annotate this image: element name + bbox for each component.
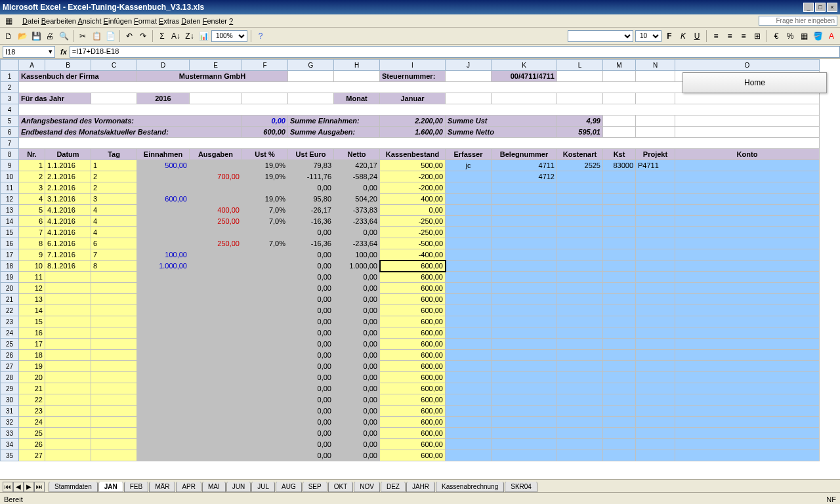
cell-uste[interactable]: 0,00: [288, 316, 334, 327]
cell-kassenbestand[interactable]: -500,00: [380, 238, 446, 249]
cell-erfasser[interactable]: [446, 305, 492, 316]
cell-nr[interactable]: 23: [19, 406, 45, 417]
currency-icon[interactable]: €: [770, 30, 782, 42]
cell-kostenart[interactable]: [557, 283, 603, 294]
cell-beleg[interactable]: [492, 406, 557, 417]
row-header-30[interactable]: 30: [1, 394, 19, 406]
cell-uste[interactable]: 79,83: [288, 160, 334, 171]
cell-ustp[interactable]: [242, 227, 288, 238]
row-header-31[interactable]: 31: [1, 406, 19, 417]
col-header-C[interactable]: C: [91, 60, 137, 71]
cell-kst[interactable]: [603, 294, 636, 305]
col-header-L[interactable]: L: [557, 60, 603, 71]
sheet-tab-jul[interactable]: JUL: [251, 482, 275, 492]
cell-kst[interactable]: [603, 339, 636, 350]
cell-projekt[interactable]: [636, 316, 675, 327]
cell-ustp[interactable]: [242, 361, 288, 372]
cell-erfasser[interactable]: [446, 428, 492, 439]
sheet-tab-aug[interactable]: AUG: [276, 482, 302, 492]
cell-beleg[interactable]: [492, 350, 557, 361]
cell-kostenart[interactable]: [557, 171, 603, 182]
cell-tag[interactable]: [91, 450, 137, 461]
cell-beleg[interactable]: [492, 272, 557, 283]
bold-icon[interactable]: F: [663, 30, 675, 42]
col-header-E[interactable]: E: [190, 60, 242, 71]
tab-next-icon[interactable]: ▶: [24, 482, 34, 492]
cell-netto[interactable]: 0,00: [334, 439, 380, 450]
col-header-A[interactable]: A: [19, 60, 45, 71]
sum-icon[interactable]: Σ: [156, 30, 168, 42]
cell-nr[interactable]: 13: [19, 294, 45, 305]
cell-kst[interactable]: [603, 182, 636, 194]
cell-ustp[interactable]: [242, 339, 288, 350]
menu-datei[interactable]: Datei: [22, 17, 39, 25]
col-header-K[interactable]: K: [492, 60, 557, 71]
cell-ustp[interactable]: [242, 450, 288, 461]
cell-kostenart[interactable]: [557, 439, 603, 450]
col-header-D[interactable]: D: [137, 60, 190, 71]
underline-icon[interactable]: U: [691, 30, 703, 42]
cell-uste[interactable]: 0,00: [288, 261, 334, 272]
cell-kst[interactable]: [603, 205, 636, 216]
cell-tag[interactable]: 2: [91, 171, 137, 182]
cell-kst[interactable]: [603, 216, 636, 227]
cell-ein[interactable]: [137, 406, 190, 417]
cell-kassenbestand[interactable]: 600,00: [380, 327, 446, 339]
cell-tag[interactable]: [91, 439, 137, 450]
cell-uste[interactable]: 0,00: [288, 182, 334, 194]
cell-netto[interactable]: 0,00: [334, 339, 380, 350]
select-all-cell[interactable]: [1, 60, 19, 71]
cell-tag[interactable]: [91, 383, 137, 394]
cell-datum[interactable]: [45, 327, 91, 339]
cell-netto[interactable]: -233,64: [334, 216, 380, 227]
row-header-3[interactable]: 3: [1, 93, 19, 104]
cell-erfasser[interactable]: [446, 294, 492, 305]
cell-beleg[interactable]: [492, 383, 557, 394]
cell-ustp[interactable]: [242, 272, 288, 283]
cell-aus[interactable]: [190, 394, 242, 406]
cell-ustp[interactable]: [242, 394, 288, 406]
cell-uste[interactable]: -16,36: [288, 238, 334, 249]
cell-ein[interactable]: [137, 361, 190, 372]
cell-nr[interactable]: 17: [19, 339, 45, 350]
cell-projekt[interactable]: [636, 372, 675, 383]
cell-aus[interactable]: [190, 361, 242, 372]
cell-netto[interactable]: 0,00: [334, 394, 380, 406]
cell-ein[interactable]: [137, 305, 190, 316]
cell-tag[interactable]: 2: [91, 182, 137, 194]
col-header-M[interactable]: M: [603, 60, 636, 71]
cell-erfasser[interactable]: [446, 327, 492, 339]
cell-ein[interactable]: 500,00: [137, 160, 190, 171]
cell-datum[interactable]: [45, 305, 91, 316]
cell-netto[interactable]: 0,00: [334, 283, 380, 294]
cell-erfasser[interactable]: [446, 205, 492, 216]
row-header-33[interactable]: 33: [1, 428, 19, 439]
cell-ein[interactable]: [137, 417, 190, 428]
fill-color-icon[interactable]: 🪣: [812, 30, 824, 42]
cell-uste[interactable]: 0,00: [288, 305, 334, 316]
cell-ustp[interactable]: [242, 305, 288, 316]
cell-konto[interactable]: [675, 316, 820, 327]
sheet-tab-nov[interactable]: NOV: [354, 482, 380, 492]
cell-konto[interactable]: [675, 406, 820, 417]
cell-ein[interactable]: [137, 450, 190, 461]
cell-kostenart[interactable]: [557, 394, 603, 406]
cell-kostenart[interactable]: [557, 294, 603, 305]
cell-konto[interactable]: [675, 439, 820, 450]
cell-aus[interactable]: 250,00: [190, 216, 242, 227]
row-header-35[interactable]: 35: [1, 450, 19, 461]
cell-netto[interactable]: 420,17: [334, 160, 380, 171]
cell-konto[interactable]: [675, 294, 820, 305]
firma-name[interactable]: Mustermann GmbH: [137, 71, 288, 82]
cell-nr[interactable]: 6: [19, 216, 45, 227]
cell-kostenart[interactable]: [557, 249, 603, 261]
cell-nr[interactable]: 12: [19, 283, 45, 294]
cell-aus[interactable]: [190, 406, 242, 417]
cell-kostenart[interactable]: [557, 372, 603, 383]
cell-projekt[interactable]: [636, 383, 675, 394]
cell-datum[interactable]: [45, 283, 91, 294]
cell-nr[interactable]: 15: [19, 316, 45, 327]
cell-tag[interactable]: [91, 294, 137, 305]
cell-beleg[interactable]: [492, 205, 557, 216]
cell-kassenbestand[interactable]: 400,00: [380, 194, 446, 205]
